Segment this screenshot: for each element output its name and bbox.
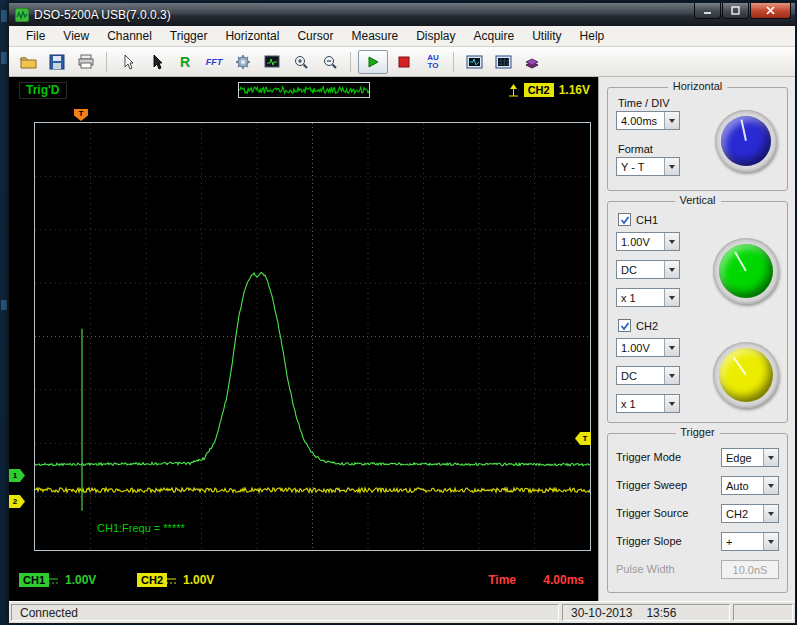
select-tool-button[interactable] [143, 50, 169, 74]
ch2-probe-value: x 1 [617, 398, 664, 410]
menu-bar: File View Channel Trigger Horizontal Cur… [9, 26, 795, 47]
knob-pointer-icon [733, 356, 747, 375]
self-calibration-button[interactable] [461, 50, 487, 74]
chevron-down-icon[interactable] [664, 395, 679, 412]
fft-button[interactable]: FFT [201, 50, 227, 74]
horizontal-group: Horizontal Time / DIV 4.00ms Format Y - … [607, 87, 788, 191]
trigger-sweep-select[interactable]: Auto [721, 476, 779, 495]
title-bar[interactable]: DSO-5200A USB(7.0.0.3) [9, 3, 795, 26]
chevron-down-icon[interactable] [763, 477, 778, 494]
chevron-down-icon[interactable] [664, 261, 679, 278]
toolbar-separator [350, 52, 351, 72]
ch2-badge: CH2 [137, 573, 167, 587]
start-button[interactable] [358, 50, 388, 74]
ch2-probe-select[interactable]: x 1 [616, 394, 680, 413]
menu-item-display[interactable]: Display [407, 27, 464, 45]
toolbar-separator [106, 52, 107, 72]
window-title: DSO-5200A USB(7.0.0.3) [34, 8, 694, 22]
waveform-display-button[interactable] [259, 50, 285, 74]
zoom-out-button[interactable] [317, 50, 343, 74]
reference-icon: R [180, 54, 190, 70]
chevron-down-icon[interactable] [664, 158, 679, 175]
reference-wave-button[interactable]: R [172, 50, 198, 74]
menu-item-view[interactable]: View [54, 27, 98, 45]
chevron-down-icon[interactable] [664, 289, 679, 306]
ch2-vertical-knob[interactable] [713, 342, 779, 408]
trigger-source-value: CH2 [722, 508, 763, 520]
chevron-down-icon[interactable] [664, 112, 679, 129]
trigger-level-icon [508, 83, 519, 97]
help-book-icon [524, 54, 540, 69]
ch2-enable-checkbox[interactable]: CH2 [618, 319, 658, 332]
print-icon [78, 54, 94, 69]
trigger-sweep-label: Trigger Sweep [616, 479, 687, 491]
trigger-mode-value: Edge [722, 452, 763, 464]
trigger-slope-select[interactable]: + [721, 532, 779, 551]
save-icon [49, 54, 65, 70]
maximize-icon [731, 6, 740, 15]
check-icon [620, 321, 630, 331]
ch1-volts-select[interactable]: 1.00V [616, 232, 680, 251]
trigger-mode-select[interactable]: Edge [721, 448, 779, 467]
ch2-checkbox-label: CH2 [636, 320, 658, 332]
ch2-coupling-icon [165, 577, 177, 586]
ch1-ground-marker[interactable]: 1 [9, 469, 25, 482]
gear-icon [235, 54, 251, 70]
menu-item-help[interactable]: Help [571, 27, 614, 45]
pulse-width-field: 10.0nS [721, 560, 779, 579]
horizontal-knob[interactable] [715, 110, 777, 172]
frequency-readout: CH1:Frequ = ***** [97, 522, 185, 534]
maximize-button[interactable] [722, 3, 749, 19]
trigger-source-label: Trigger Source [616, 507, 688, 519]
ch1-enable-checkbox[interactable]: CH1 [618, 213, 658, 226]
menu-item-acquire[interactable]: Acquire [465, 27, 524, 45]
trigger-position-marker[interactable]: T [74, 109, 88, 121]
pointer-black-icon [149, 54, 164, 70]
ch1-vertical-knob[interactable] [713, 238, 779, 304]
vertical-group: Vertical CH1 1.00V DC x 1 [607, 201, 788, 423]
ch2-coupling-select[interactable]: DC [616, 366, 680, 385]
timebase-value: 4.00ms [543, 573, 584, 587]
pointer-white-icon [120, 54, 135, 70]
close-button[interactable] [750, 3, 791, 19]
help-button[interactable] [519, 50, 545, 74]
knob-pointer-icon [734, 251, 747, 271]
autoset-button[interactable]: AUTO [420, 50, 446, 74]
chevron-down-icon[interactable] [664, 367, 679, 384]
menu-item-channel[interactable]: Channel [98, 27, 161, 45]
menu-item-utility[interactable]: Utility [523, 27, 570, 45]
ch1-probe-select[interactable]: x 1 [616, 288, 680, 307]
time-div-select[interactable]: 4.00ms [616, 111, 680, 130]
ch1-coupling-select[interactable]: DC [616, 260, 680, 279]
print-button[interactable] [73, 50, 99, 74]
minimize-button[interactable] [694, 3, 721, 19]
trigger-readout: CH2 1.16V [508, 81, 590, 99]
chevron-down-icon[interactable] [664, 339, 679, 356]
stop-button[interactable] [391, 50, 417, 74]
zoom-in-icon [293, 54, 309, 70]
system-settings-button[interactable] [230, 50, 256, 74]
time-div-value: 4.00ms [617, 115, 664, 127]
toolbar: R FFT AUTO [9, 47, 795, 77]
zoom-in-button[interactable] [288, 50, 314, 74]
trigger-source-select[interactable]: CH2 [721, 504, 779, 523]
save-button[interactable] [44, 50, 70, 74]
cursor-tool-button[interactable] [114, 50, 140, 74]
ch2-volts-select[interactable]: 1.00V [616, 338, 680, 357]
menu-item-trigger[interactable]: Trigger [161, 27, 217, 45]
format-select[interactable]: Y - T [616, 157, 680, 176]
chevron-down-icon[interactable] [664, 233, 679, 250]
default-setup-button[interactable] [490, 50, 516, 74]
open-button[interactable] [15, 50, 41, 74]
chevron-down-icon[interactable] [763, 449, 778, 466]
timebase-label: Time [488, 573, 516, 587]
trigger-sweep-value: Auto [722, 480, 763, 492]
chevron-down-icon[interactable] [763, 533, 778, 550]
menu-item-measure[interactable]: Measure [342, 27, 407, 45]
play-icon [367, 56, 379, 68]
menu-item-horizontal[interactable]: Horizontal [216, 27, 288, 45]
menu-item-cursor[interactable]: Cursor [288, 27, 342, 45]
chevron-down-icon[interactable] [763, 505, 778, 522]
menu-item-file[interactable]: File [17, 27, 54, 45]
ch2-ground-marker[interactable]: 2 [9, 495, 25, 508]
